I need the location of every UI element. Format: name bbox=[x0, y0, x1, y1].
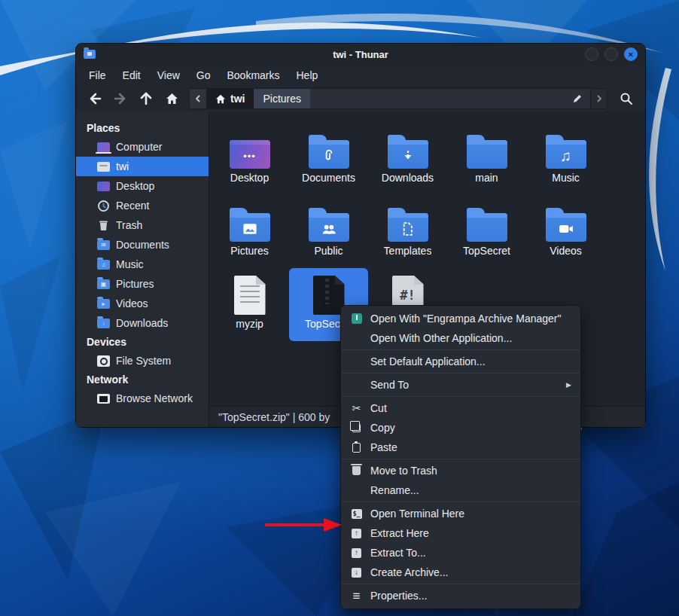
menu-edit[interactable]: Edit bbox=[116, 67, 148, 84]
sidebar-label: twi bbox=[116, 160, 129, 172]
file-label: Downloads bbox=[382, 172, 434, 184]
sidebar-item-computer[interactable]: Computer bbox=[76, 137, 209, 157]
file-tile-documents[interactable]: Documents bbox=[289, 122, 368, 195]
computer-icon bbox=[97, 142, 110, 152]
sidebar-label: Pictures bbox=[116, 278, 154, 290]
menu-view[interactable]: View bbox=[151, 67, 187, 84]
annotation-arrow bbox=[262, 517, 343, 533]
folder-downloads-icon: ↓ bbox=[97, 319, 110, 328]
up-button[interactable] bbox=[135, 89, 157, 108]
sidebar-label: Videos bbox=[116, 297, 148, 310]
maximize-button[interactable] bbox=[604, 47, 618, 61]
path-empty-area[interactable] bbox=[310, 89, 565, 108]
menu-item-properties[interactable]: ≡ Properties... bbox=[341, 586, 580, 605]
people-emblem bbox=[321, 224, 336, 235]
forward-button[interactable] bbox=[109, 89, 132, 108]
sidebar: Places Computer twi Desktop bbox=[76, 111, 209, 427]
folder-templates-icon bbox=[388, 213, 428, 242]
extract-icon: ↑ bbox=[352, 529, 361, 538]
menu-item-cut[interactable]: ✂ Cut bbox=[341, 398, 580, 418]
menu-item-extract-here[interactable]: ↑ Extract Here bbox=[341, 523, 580, 543]
properties-icon: ≡ bbox=[353, 590, 361, 602]
file-tile-main[interactable]: main bbox=[447, 122, 526, 195]
menu-item-paste[interactable]: Paste bbox=[341, 438, 580, 457]
engrampa-icon bbox=[352, 313, 362, 324]
path-segment-home[interactable]: twi bbox=[206, 89, 254, 108]
close-button[interactable]: ✕ bbox=[624, 47, 638, 61]
sidebar-item-trash[interactable]: Trash bbox=[76, 215, 209, 235]
menu-item-copy[interactable]: Copy bbox=[341, 418, 580, 438]
menu-bookmarks[interactable]: Bookmarks bbox=[220, 67, 286, 84]
menu-item-open-with-engrampa[interactable]: Open With "Engrampa Archive Manager" bbox=[341, 309, 580, 328]
pathbar: twi Pictures bbox=[189, 88, 607, 109]
sidebar-header-places: Places bbox=[76, 119, 209, 137]
file-tile-myzip[interactable]: myzip bbox=[210, 268, 289, 341]
file-tile-desktop[interactable]: ••• Desktop bbox=[210, 122, 289, 195]
titlebar[interactable]: twi - Thunar ✕ bbox=[76, 44, 645, 65]
file-tile-pictures[interactable]: Pictures bbox=[210, 195, 289, 268]
menu-item-open-with-other[interactable]: Open With Other Application... bbox=[341, 328, 580, 348]
menu-item-create-archive[interactable]: ↓ Create Archive... bbox=[341, 563, 580, 582]
file-tile-templates[interactable]: Templates bbox=[368, 195, 447, 268]
sidebar-item-recent[interactable]: Recent bbox=[76, 196, 209, 215]
menu-item-move-to-trash[interactable]: Move to Trash bbox=[341, 461, 580, 480]
file-label: Public bbox=[314, 245, 343, 257]
folder-videos-icon: ▸ bbox=[97, 299, 110, 309]
menu-separator bbox=[341, 349, 580, 350]
file-label: Videos bbox=[550, 245, 582, 257]
copy-icon bbox=[352, 424, 361, 432]
menu-separator bbox=[341, 502, 580, 502]
extract-icon: ↑ bbox=[352, 548, 361, 558]
menu-item-send-to[interactable]: Send To ▶ bbox=[341, 375, 580, 395]
archive-icon: ↓ bbox=[352, 568, 361, 578]
menu-file[interactable]: File bbox=[82, 67, 113, 84]
sidebar-item-videos[interactable]: ▸ Videos bbox=[76, 294, 209, 313]
path-scroll-left-button[interactable] bbox=[190, 89, 206, 108]
sidebar-item-documents[interactable]: ✉ Documents bbox=[76, 235, 209, 255]
menu-item-open-terminal-here[interactable]: $_ Open Terminal Here bbox=[341, 504, 580, 523]
thunar-app-icon bbox=[84, 50, 96, 59]
clock-icon bbox=[97, 200, 110, 212]
submenu-arrow-icon: ▶ bbox=[566, 381, 571, 389]
sidebar-item-twi[interactable]: twi bbox=[76, 157, 209, 176]
sidebar-item-downloads[interactable]: ↓ Downloads bbox=[76, 313, 209, 333]
edit-path-button[interactable] bbox=[565, 89, 590, 108]
sidebar-label: Computer bbox=[116, 141, 162, 153]
menu-item-set-default-application[interactable]: Set Default Application... bbox=[341, 352, 580, 371]
menu-go[interactable]: Go bbox=[190, 67, 218, 84]
terminal-icon: $_ bbox=[352, 509, 362, 519]
status-text: "TopSecret.zip" | 600 by bbox=[218, 411, 330, 423]
path-scroll-right-button[interactable] bbox=[590, 89, 607, 108]
home-button[interactable] bbox=[160, 89, 183, 108]
home-folder-icon bbox=[97, 162, 110, 172]
file-tile-topsecret-folder[interactable]: TopSecret bbox=[447, 195, 526, 268]
folder-pictures-icon bbox=[230, 213, 270, 242]
menu-separator bbox=[341, 373, 580, 374]
sidebar-label: File System bbox=[116, 355, 171, 367]
search-button[interactable] bbox=[615, 89, 638, 108]
desktop-folder-icon bbox=[97, 181, 110, 191]
file-tile-downloads[interactable]: Downloads bbox=[368, 122, 447, 195]
sidebar-item-music[interactable]: ♫ Music bbox=[76, 255, 209, 274]
folder-downloads-icon bbox=[388, 140, 428, 169]
download-arrow-emblem bbox=[401, 149, 415, 163]
file-label: Pictures bbox=[230, 245, 269, 257]
menu-item-rename[interactable]: Rename... bbox=[341, 480, 580, 500]
sidebar-item-browse-network[interactable]: Browse Network bbox=[76, 389, 209, 408]
path-segment-pictures[interactable]: Pictures bbox=[254, 89, 310, 108]
sidebar-item-desktop[interactable]: Desktop bbox=[76, 176, 209, 196]
file-label: TopSecret bbox=[463, 245, 510, 257]
file-tile-videos[interactable]: Videos bbox=[526, 195, 605, 268]
sidebar-item-pictures[interactable]: ▣ Pictures bbox=[76, 274, 209, 294]
file-tile-public[interactable]: Public bbox=[289, 195, 368, 268]
folder-documents-icon: ✉ bbox=[97, 240, 110, 250]
file-tile-music[interactable]: ♫ Music bbox=[526, 122, 605, 195]
menu-help[interactable]: Help bbox=[290, 67, 325, 84]
minimize-button[interactable] bbox=[585, 47, 598, 61]
back-button[interactable] bbox=[84, 89, 106, 108]
path-home-label: twi bbox=[230, 93, 245, 105]
folder-videos-icon bbox=[546, 213, 586, 242]
menu-item-extract-to[interactable]: ↑ Extract To... bbox=[341, 543, 580, 563]
context-menu: Open With "Engrampa Archive Manager" Ope… bbox=[340, 305, 581, 609]
sidebar-item-file-system[interactable]: File System bbox=[76, 351, 209, 371]
